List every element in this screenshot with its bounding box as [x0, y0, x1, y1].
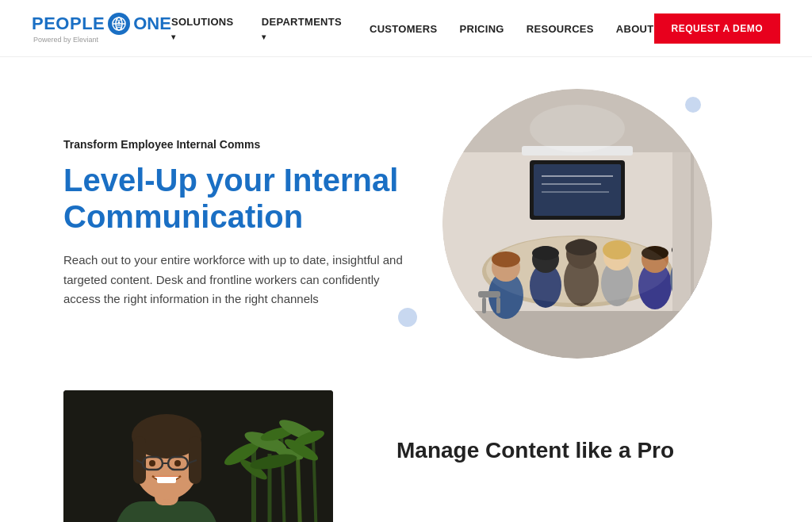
svg-point-3	[118, 21, 121, 24]
hero-section: Transform Employee Internal Comms Level-…	[0, 57, 812, 390]
bottom-section: Manage Content like a Pro	[0, 390, 812, 522]
svg-rect-8	[442, 311, 712, 359]
request-demo-button[interactable]: REQUEST A DEMO	[654, 13, 780, 44]
customers-link[interactable]: CUSTOMERS	[370, 23, 438, 35]
svg-rect-36	[478, 291, 500, 297]
logo-people-text: PEOPLE	[32, 13, 105, 34]
svg-rect-37	[482, 297, 486, 313]
logo-one-text: ONE	[133, 13, 171, 34]
nav-resources[interactable]: RESOURCES	[527, 21, 594, 36]
svg-point-35	[486, 236, 668, 303]
logo-powered-by: Powered by Eleviant	[33, 36, 98, 44]
resources-link[interactable]: RESOURCES	[527, 23, 594, 35]
svg-rect-10	[534, 164, 621, 216]
svg-point-68	[174, 460, 181, 466]
hero-title: Level-Up your Internal Communication	[63, 162, 406, 235]
svg-rect-38	[496, 297, 500, 313]
departments-link[interactable]: DEPARTMENTS	[262, 16, 342, 42]
hero-circular-image	[442, 89, 712, 359]
solutions-link[interactable]: SOLUTIONS	[171, 16, 234, 42]
nav-customers[interactable]: CUSTOMERS	[370, 21, 438, 36]
bottom-video-area	[63, 390, 333, 522]
meeting-room-svg	[442, 89, 712, 359]
bottom-right-content: Manage Content like a Pro	[396, 390, 749, 463]
nav-pricing[interactable]: PRICING	[459, 21, 504, 36]
nav-cta-area: REQUEST A DEMO	[654, 13, 780, 44]
svg-rect-69	[157, 477, 176, 483]
about-link[interactable]: ABOUT	[616, 23, 654, 35]
pricing-link[interactable]: PRICING	[459, 23, 504, 35]
logo[interactable]: PEOPLE ONE Powered by Eleviant	[32, 13, 171, 44]
video-thumbnail[interactable]	[63, 390, 333, 522]
logo-globe-icon	[108, 13, 130, 35]
nav-links: SOLUTIONS DEPARTMENTS CUSTOMERS PRICING …	[171, 14, 654, 43]
hero-body-text: Reach out to your entire workforce with …	[63, 251, 406, 309]
bottom-section-title: Manage Content like a Pro	[396, 438, 749, 463]
decoration-dot-top	[685, 97, 701, 113]
svg-point-67	[149, 460, 155, 466]
hero-subtitle: Transform Employee Internal Comms	[63, 138, 406, 151]
hero-image-area	[406, 89, 749, 359]
nav-departments[interactable]: DEPARTMENTS	[262, 14, 347, 43]
navbar: PEOPLE ONE Powered by Eleviant SOLUTIONS	[0, 0, 812, 57]
decoration-dot-bottom	[398, 308, 417, 327]
svg-point-41	[530, 105, 625, 152]
hero-content: Transform Employee Internal Comms Level-…	[63, 138, 406, 309]
nav-about[interactable]: ABOUT	[616, 21, 654, 36]
thumbnail-svg	[63, 390, 333, 522]
nav-solutions[interactable]: SOLUTIONS	[171, 14, 239, 43]
